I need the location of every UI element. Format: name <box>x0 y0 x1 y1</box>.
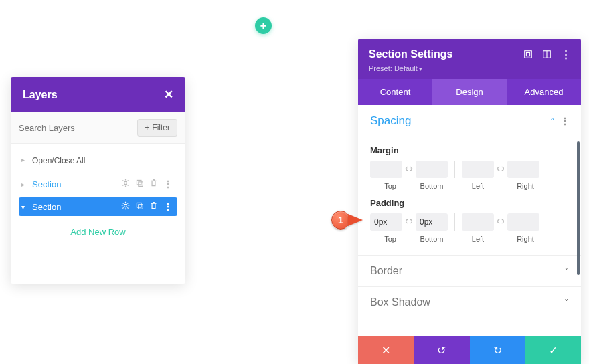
cancel-button[interactable]: ✕ <box>358 336 414 364</box>
settings-footer: ✕ ↺ ↻ ✓ <box>358 336 581 364</box>
tab-design[interactable]: Design <box>432 79 507 105</box>
duplicate-icon[interactable] <box>135 201 144 212</box>
svg-point-3 <box>124 204 127 207</box>
padding-row <box>370 213 569 231</box>
open-close-all[interactable]: Open/Close All <box>19 151 177 175</box>
group-title: Box Shadow <box>370 296 430 308</box>
tab-content[interactable]: Content <box>358 79 432 105</box>
more-icon[interactable]: ⋮ <box>163 179 172 189</box>
layers-header: Layers ✕ <box>11 77 185 112</box>
label-left: Left <box>453 235 503 243</box>
section-settings-panel: Section Settings ⋮ Preset: Default Conte… <box>358 39 581 364</box>
group-border: Border ˅ <box>358 256 581 287</box>
separator <box>454 213 455 231</box>
trash-icon[interactable] <box>149 201 158 212</box>
label-top: Top <box>370 235 410 243</box>
settings-tabs: Content Design Advanced <box>358 79 581 105</box>
padding-left-input[interactable] <box>462 213 494 231</box>
group-head-spacing[interactable]: Spacing ˄ ⋮ <box>358 105 581 137</box>
layer-row-section[interactable]: Section ⋮ <box>19 175 177 193</box>
settings-body: Spacing ˄ ⋮ Margin Top <box>358 105 581 336</box>
padding-right-input[interactable] <box>507 213 539 231</box>
callout-marker: 1 <box>331 211 363 230</box>
label-right: Right <box>503 182 548 190</box>
more-icon[interactable]: ⋮ <box>561 48 570 60</box>
group-title: Spacing <box>370 114 411 128</box>
margin-bottom-input[interactable] <box>416 161 448 178</box>
redo-button[interactable]: ↻ <box>470 336 525 364</box>
tab-advanced[interactable]: Advanced <box>507 79 581 105</box>
group-box-shadow: Box Shadow ˅ <box>358 287 581 318</box>
margin-label: Margin <box>370 145 569 155</box>
chevron-down-icon: ˅ <box>564 266 569 276</box>
layers-panel: Layers ✕ + Filter Open/Close All Section… <box>11 77 185 284</box>
svg-rect-6 <box>525 51 532 58</box>
layers-search-row: + Filter <box>11 112 185 144</box>
link-icon[interactable] <box>494 218 507 226</box>
redo-icon: ↻ <box>493 344 502 357</box>
svg-rect-5 <box>139 205 143 209</box>
search-input[interactable] <box>19 123 137 133</box>
padding-sublabels: Top Bottom Left Right <box>370 235 569 243</box>
label-left: Left <box>453 182 503 190</box>
margin-sublabels: Top Bottom Left Right <box>370 182 569 190</box>
gear-icon[interactable] <box>121 201 130 212</box>
layer-label: Section <box>32 202 61 212</box>
layer-row-section-active[interactable]: Section ⋮ <box>19 197 177 216</box>
callout-arrow-icon <box>348 214 363 226</box>
chevron-down-icon: ˅ <box>564 298 569 308</box>
undo-button[interactable]: ↺ <box>414 336 469 364</box>
svg-rect-2 <box>139 182 143 187</box>
layer-row-actions: ⋮ <box>121 179 172 189</box>
add-section-button[interactable]: + <box>255 17 272 34</box>
svg-point-0 <box>124 181 127 184</box>
settings-header: Section Settings ⋮ Preset: Default <box>358 39 581 79</box>
padding-label: Padding <box>370 198 569 208</box>
group-head-border[interactable]: Border ˅ <box>358 256 581 286</box>
plus-icon: + <box>260 20 266 32</box>
link-icon[interactable] <box>402 218 416 226</box>
duplicate-icon[interactable] <box>135 179 144 189</box>
link-icon[interactable] <box>402 165 416 173</box>
spacing-controls: Margin Top Bottom Left Right Padding <box>358 145 581 255</box>
gear-icon[interactable] <box>121 179 130 189</box>
svg-rect-4 <box>137 203 141 207</box>
chevron-up-icon: ˄ <box>550 116 555 126</box>
group-title: Border <box>370 265 402 277</box>
label-right: Right <box>503 235 548 243</box>
margin-left-input[interactable] <box>462 161 494 178</box>
layers-body: Open/Close All Section ⋮ Section ⋮ Add N… <box>11 144 185 284</box>
label-bottom: Bottom <box>410 235 453 243</box>
add-new-row-button[interactable]: Add New Row <box>32 220 164 244</box>
preset-dropdown[interactable]: Preset: Default <box>369 64 570 72</box>
settings-title: Section Settings <box>369 48 452 60</box>
margin-top-input[interactable] <box>370 161 402 178</box>
layer-label: Section <box>32 179 61 189</box>
label-top: Top <box>370 182 410 190</box>
group-spacing: Spacing ˄ ⋮ Margin Top <box>358 105 581 256</box>
panel-icon[interactable] <box>542 50 552 59</box>
close-icon[interactable]: ✕ <box>164 88 173 102</box>
plus-icon: + <box>145 123 149 132</box>
scrollbar[interactable] <box>577 141 580 275</box>
more-icon[interactable]: ⋮ <box>163 201 172 212</box>
save-button[interactable]: ✓ <box>525 336 581 364</box>
padding-top-input[interactable] <box>370 213 402 231</box>
link-icon[interactable] <box>494 165 507 173</box>
callout-number: 1 <box>331 211 350 230</box>
separator <box>454 161 455 178</box>
undo-icon: ↺ <box>437 344 446 357</box>
trash-icon[interactable] <box>149 179 158 189</box>
margin-row <box>370 161 569 178</box>
layers-title: Layers <box>23 89 58 101</box>
filter-button[interactable]: + Filter <box>137 119 177 136</box>
more-icon[interactable]: ⋮ <box>560 116 569 126</box>
svg-rect-1 <box>137 180 141 185</box>
group-head-box-shadow[interactable]: Box Shadow ˅ <box>358 287 581 318</box>
margin-right-input[interactable] <box>507 161 539 178</box>
check-icon: ✓ <box>549 344 558 357</box>
padding-bottom-input[interactable] <box>416 213 448 231</box>
close-icon: ✕ <box>382 344 390 357</box>
layer-row-actions: ⋮ <box>121 201 172 212</box>
expand-icon[interactable] <box>523 50 533 59</box>
